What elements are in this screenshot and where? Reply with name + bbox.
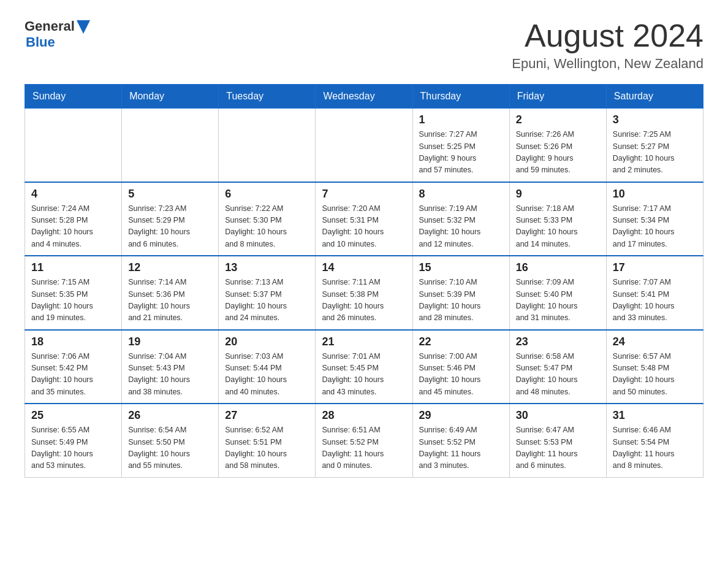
calendar-cell: 2Sunrise: 7:26 AMSunset: 5:26 PMDaylight…	[509, 109, 606, 182]
calendar-week-2: 4Sunrise: 7:24 AMSunset: 5:28 PMDaylight…	[25, 182, 703, 256]
day-info: Sunrise: 6:51 AMSunset: 5:52 PMDaylight:…	[322, 424, 406, 472]
day-info: Sunrise: 7:15 AMSunset: 5:35 PMDaylight:…	[31, 277, 115, 324]
calendar-cell: 24Sunrise: 6:57 AMSunset: 5:48 PMDayligh…	[606, 330, 703, 404]
day-number: 4	[31, 188, 115, 201]
calendar-cell: 22Sunrise: 7:00 AMSunset: 5:46 PMDayligh…	[412, 330, 509, 404]
day-number: 14	[322, 261, 406, 274]
calendar-week-5: 25Sunrise: 6:55 AMSunset: 5:49 PMDayligh…	[25, 404, 703, 477]
day-number: 9	[516, 188, 600, 201]
calendar-cell: 13Sunrise: 7:13 AMSunset: 5:37 PMDayligh…	[219, 256, 316, 330]
day-info: Sunrise: 7:24 AMSunset: 5:28 PMDaylight:…	[31, 203, 115, 251]
logo: General Blue	[25, 18, 90, 50]
day-number: 5	[128, 188, 212, 201]
day-number: 25	[31, 409, 115, 422]
calendar-cell: 17Sunrise: 7:07 AMSunset: 5:41 PMDayligh…	[606, 256, 703, 330]
calendar-cell: 3Sunrise: 7:25 AMSunset: 5:27 PMDaylight…	[606, 109, 703, 182]
calendar-cell: 20Sunrise: 7:03 AMSunset: 5:44 PMDayligh…	[219, 330, 316, 404]
day-number: 26	[128, 409, 212, 422]
calendar-cell: 1Sunrise: 7:27 AMSunset: 5:25 PMDaylight…	[412, 109, 509, 182]
day-number: 3	[613, 113, 697, 126]
calendar-cell	[122, 109, 219, 182]
day-info: Sunrise: 6:52 AMSunset: 5:51 PMDaylight:…	[225, 424, 309, 472]
day-number: 16	[516, 261, 600, 274]
day-info: Sunrise: 7:18 AMSunset: 5:33 PMDaylight:…	[516, 203, 600, 251]
calendar-cell	[316, 109, 412, 182]
day-number: 20	[225, 335, 309, 348]
day-info: Sunrise: 6:49 AMSunset: 5:52 PMDaylight:…	[419, 424, 503, 472]
calendar-cell: 5Sunrise: 7:23 AMSunset: 5:29 PMDaylight…	[122, 182, 219, 256]
calendar-cell: 27Sunrise: 6:52 AMSunset: 5:51 PMDayligh…	[219, 404, 316, 477]
day-number: 30	[516, 409, 600, 422]
calendar-cell: 15Sunrise: 7:10 AMSunset: 5:39 PMDayligh…	[412, 256, 509, 330]
day-info: Sunrise: 7:22 AMSunset: 5:30 PMDaylight:…	[225, 203, 309, 251]
day-number: 31	[613, 409, 697, 422]
day-number: 12	[128, 261, 212, 274]
calendar-week-3: 11Sunrise: 7:15 AMSunset: 5:35 PMDayligh…	[25, 256, 703, 330]
day-info: Sunrise: 7:26 AMSunset: 5:26 PMDaylight:…	[516, 129, 600, 177]
logo-blue: Blue	[26, 34, 90, 50]
day-number: 6	[225, 188, 309, 201]
calendar-cell: 25Sunrise: 6:55 AMSunset: 5:49 PMDayligh…	[25, 404, 122, 477]
calendar-cell: 19Sunrise: 7:04 AMSunset: 5:43 PMDayligh…	[122, 330, 219, 404]
page-header: General Blue August 2024 Epuni, Wellingt…	[25, 18, 703, 72]
calendar-cell: 14Sunrise: 7:11 AMSunset: 5:38 PMDayligh…	[316, 256, 412, 330]
calendar-week-1: 1Sunrise: 7:27 AMSunset: 5:25 PMDaylight…	[25, 109, 703, 182]
calendar-cell: 29Sunrise: 6:49 AMSunset: 5:52 PMDayligh…	[412, 404, 509, 477]
day-info: Sunrise: 6:55 AMSunset: 5:49 PMDaylight:…	[31, 424, 115, 472]
weekday-header-friday: Friday	[509, 85, 606, 109]
day-number: 13	[225, 261, 309, 274]
calendar-cell: 4Sunrise: 7:24 AMSunset: 5:28 PMDaylight…	[25, 182, 122, 256]
day-info: Sunrise: 7:07 AMSunset: 5:41 PMDaylight:…	[613, 277, 697, 324]
day-info: Sunrise: 6:57 AMSunset: 5:48 PMDaylight:…	[613, 351, 697, 399]
calendar-cell: 12Sunrise: 7:14 AMSunset: 5:36 PMDayligh…	[122, 256, 219, 330]
day-number: 8	[419, 188, 503, 201]
calendar-cell: 11Sunrise: 7:15 AMSunset: 5:35 PMDayligh…	[25, 256, 122, 330]
day-number: 19	[128, 335, 212, 348]
day-number: 1	[419, 113, 503, 126]
svg-marker-0	[77, 20, 90, 34]
day-info: Sunrise: 7:04 AMSunset: 5:43 PMDaylight:…	[128, 351, 212, 399]
calendar-cell: 28Sunrise: 6:51 AMSunset: 5:52 PMDayligh…	[316, 404, 412, 477]
weekday-header-saturday: Saturday	[606, 85, 703, 109]
day-info: Sunrise: 7:03 AMSunset: 5:44 PMDaylight:…	[225, 351, 309, 399]
day-info: Sunrise: 7:10 AMSunset: 5:39 PMDaylight:…	[419, 277, 503, 324]
calendar-cell: 21Sunrise: 7:01 AMSunset: 5:45 PMDayligh…	[316, 330, 412, 404]
calendar-cell: 7Sunrise: 7:20 AMSunset: 5:31 PMDaylight…	[316, 182, 412, 256]
calendar-table: SundayMondayTuesdayWednesdayThursdayFrid…	[25, 84, 703, 478]
day-info: Sunrise: 7:25 AMSunset: 5:27 PMDaylight:…	[613, 129, 697, 177]
day-number: 29	[419, 409, 503, 422]
day-number: 18	[31, 335, 115, 348]
calendar-cell: 9Sunrise: 7:18 AMSunset: 5:33 PMDaylight…	[509, 182, 606, 256]
day-info: Sunrise: 7:01 AMSunset: 5:45 PMDaylight:…	[322, 351, 406, 399]
weekday-header-thursday: Thursday	[412, 85, 509, 109]
logo-triangle-icon	[77, 20, 90, 34]
weekday-header-sunday: Sunday	[25, 85, 122, 109]
weekday-header-tuesday: Tuesday	[219, 85, 316, 109]
day-number: 10	[613, 188, 697, 201]
calendar-cell	[219, 109, 316, 182]
calendar-cell: 16Sunrise: 7:09 AMSunset: 5:40 PMDayligh…	[509, 256, 606, 330]
day-number: 28	[322, 409, 406, 422]
day-info: Sunrise: 7:17 AMSunset: 5:34 PMDaylight:…	[613, 203, 697, 251]
calendar-cell: 18Sunrise: 7:06 AMSunset: 5:42 PMDayligh…	[25, 330, 122, 404]
day-number: 2	[516, 113, 600, 126]
calendar-cell: 31Sunrise: 6:46 AMSunset: 5:54 PMDayligh…	[606, 404, 703, 477]
logo-general: General	[25, 18, 75, 34]
day-info: Sunrise: 7:23 AMSunset: 5:29 PMDaylight:…	[128, 203, 212, 251]
calendar-header-row: SundayMondayTuesdayWednesdayThursdayFrid…	[25, 85, 703, 109]
location-title: Epuni, Wellington, New Zealand	[512, 56, 703, 72]
day-info: Sunrise: 6:46 AMSunset: 5:54 PMDaylight:…	[613, 424, 697, 472]
day-number: 24	[613, 335, 697, 348]
day-info: Sunrise: 7:20 AMSunset: 5:31 PMDaylight:…	[322, 203, 406, 251]
calendar-cell: 10Sunrise: 7:17 AMSunset: 5:34 PMDayligh…	[606, 182, 703, 256]
calendar-cell: 30Sunrise: 6:47 AMSunset: 5:53 PMDayligh…	[509, 404, 606, 477]
calendar-cell: 6Sunrise: 7:22 AMSunset: 5:30 PMDaylight…	[219, 182, 316, 256]
day-info: Sunrise: 7:06 AMSunset: 5:42 PMDaylight:…	[31, 351, 115, 399]
calendar-week-4: 18Sunrise: 7:06 AMSunset: 5:42 PMDayligh…	[25, 330, 703, 404]
day-number: 15	[419, 261, 503, 274]
day-info: Sunrise: 7:19 AMSunset: 5:32 PMDaylight:…	[419, 203, 503, 251]
day-number: 27	[225, 409, 309, 422]
day-info: Sunrise: 7:00 AMSunset: 5:46 PMDaylight:…	[419, 351, 503, 399]
day-info: Sunrise: 7:13 AMSunset: 5:37 PMDaylight:…	[225, 277, 309, 324]
day-number: 17	[613, 261, 697, 274]
